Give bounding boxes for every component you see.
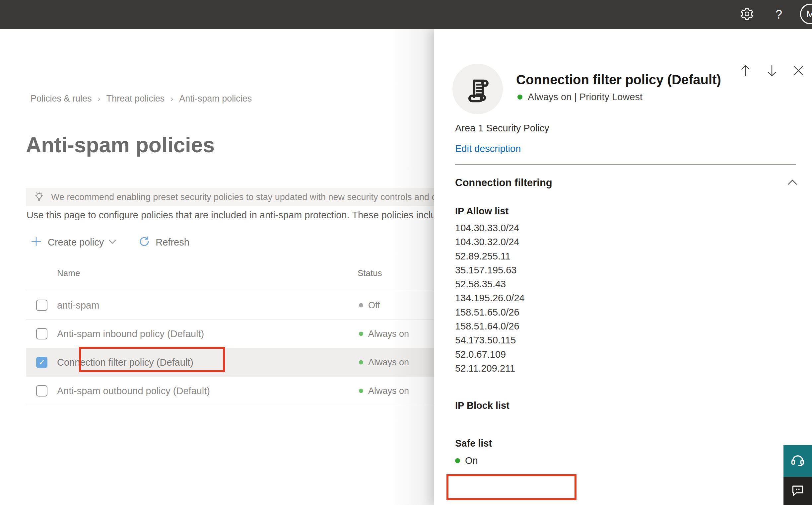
ip-allow-list-item: 158.51.65.0/26 (455, 305, 525, 319)
details-flyout: Connection filter policy (Default) Alway… (434, 29, 812, 505)
row-checkbox[interactable] (36, 328, 47, 339)
policy-name: Anti-spam inbound policy (Default) (57, 328, 204, 339)
page-description: Use this page to configure policies that… (26, 210, 434, 221)
chevron-right-icon: › (170, 94, 174, 104)
page-title: Anti-spam policies (26, 133, 215, 157)
flyout-status: Always on | Priority Lowest (518, 92, 642, 103)
avatar-initial: M (806, 8, 812, 20)
feedback-button[interactable] (784, 477, 812, 505)
flyout-shadow (391, 29, 434, 505)
flyout-nav (739, 64, 805, 77)
safe-list-label: Safe list (455, 438, 492, 449)
ip-allow-list-item: 52.11.209.211 (455, 361, 525, 375)
policy-status: Always on (359, 328, 409, 339)
next-item-arrow-down-icon[interactable] (766, 64, 778, 77)
ip-allow-list-item: 134.195.26.0/24 (455, 291, 525, 305)
breadcrumb-anti-spam-policies[interactable]: Anti-spam policies (179, 94, 252, 104)
plus-icon (30, 236, 42, 248)
flyout-title: Connection filter policy (Default) (516, 72, 721, 87)
main-content: Policies & rules › Threat policies › Ant… (0, 29, 434, 505)
safe-list-status: On (455, 455, 478, 466)
toolbar: Create policy Refresh (30, 232, 189, 252)
row-checkbox[interactable] (36, 385, 47, 396)
ip-allow-list-item: 104.30.33.0/24 (455, 221, 525, 235)
policy-name: Anti-spam outbound policy (Default) (57, 385, 210, 396)
refresh-button[interactable]: Refresh (138, 235, 189, 249)
table-row-outbound-policy[interactable]: Anti-spam outbound policy (Default) Alwa… (26, 377, 434, 405)
help-button[interactable]: ? (773, 6, 785, 23)
policy-scroll-icon (452, 64, 503, 114)
ip-allow-list-item: 158.51.64.0/26 (455, 319, 525, 333)
ip-allow-list: 104.30.33.0/24104.30.32.0/2452.89.255.11… (455, 221, 525, 375)
table-row-anti-spam[interactable]: anti-spam Off (26, 291, 434, 320)
annotation-highlight-edit-link (446, 474, 577, 500)
help-icon: ? (776, 8, 782, 22)
policy-description: Area 1 Security Policy (455, 123, 549, 134)
status-dot-green (455, 458, 460, 463)
topbar: ? M (0, 0, 812, 29)
chat-bubble-icon (790, 483, 805, 499)
gear-icon (740, 7, 754, 22)
policy-table: anti-spam Off Anti-spam inbound policy (… (26, 291, 434, 405)
lightbulb-icon (33, 190, 45, 204)
ip-allow-list-item: 52.0.67.109 (455, 347, 525, 361)
connection-filtering-section-header[interactable]: Connection filtering (455, 175, 797, 191)
breadcrumb: Policies & rules › Threat policies › Ant… (30, 94, 252, 104)
edit-description-link[interactable]: Edit description (455, 143, 521, 154)
breadcrumb-threat-policies[interactable]: Threat policies (107, 94, 165, 104)
row-checkbox[interactable] (36, 300, 47, 311)
policy-status: Off (359, 300, 380, 310)
ip-allow-list-label: IP Allow list (455, 206, 509, 217)
column-header-name[interactable]: Name (57, 268, 80, 278)
ip-allow-list-item: 54.173.50.115 (455, 333, 525, 347)
status-dot (359, 360, 363, 364)
create-policy-button[interactable]: Create policy (30, 236, 117, 248)
ip-block-list-label: IP Block list (455, 400, 510, 411)
ip-allow-list-item: 52.58.35.43 (455, 277, 525, 291)
policy-name: anti-spam (57, 300, 99, 311)
policy-status: Always on (359, 385, 409, 396)
ip-allow-list-item: 35.157.195.63 (455, 263, 525, 277)
chevron-right-icon: › (97, 94, 101, 104)
chevron-up-icon[interactable] (787, 179, 797, 187)
status-dot-green (518, 95, 523, 100)
row-checkbox[interactable] (36, 357, 47, 368)
refresh-icon (138, 235, 150, 249)
status-dot (359, 303, 363, 307)
support-button[interactable] (784, 445, 812, 477)
account-avatar[interactable]: M (800, 4, 812, 24)
recommendation-banner: We recommend enabling preset security po… (26, 188, 434, 206)
table-row-inbound-policy[interactable]: Anti-spam inbound policy (Default) Alway… (26, 320, 434, 348)
status-dot (359, 388, 363, 393)
policy-name: Connection filter policy (Default) (57, 357, 193, 368)
settings-button[interactable] (739, 6, 755, 23)
table-row-connection-filter-policy[interactable]: Connection filter policy (Default) Alway… (26, 348, 434, 377)
ip-allow-list-item: 104.30.32.0/24 (455, 235, 525, 249)
headset-icon (790, 452, 806, 470)
ip-allow-list-item: 52.89.255.11 (455, 249, 525, 263)
status-dot (359, 331, 363, 336)
chevron-down-icon (109, 239, 117, 245)
banner-text: We recommend enabling preset security po… (51, 192, 434, 202)
section-divider (455, 164, 796, 165)
column-header-status[interactable]: Status (358, 268, 382, 278)
breadcrumb-policies-rules[interactable]: Policies & rules (30, 94, 92, 104)
previous-item-arrow-up-icon[interactable] (739, 64, 752, 77)
policy-status: Always on (359, 357, 409, 367)
close-icon[interactable] (792, 64, 805, 77)
